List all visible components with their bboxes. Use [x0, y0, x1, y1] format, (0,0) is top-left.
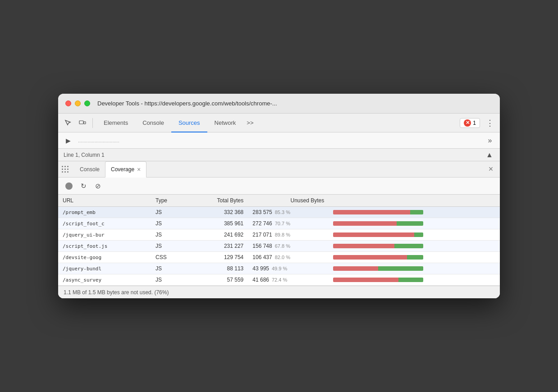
source-file-path: .............................. [78, 138, 480, 143]
col-type[interactable]: Type [151, 195, 187, 207]
row-type: JS [151, 263, 187, 274]
table-row[interactable]: /script_foot_c JS 385 961 272 74670.7 % [58, 218, 500, 229]
tab-console[interactable]: Console [135, 114, 171, 132]
row-unused-bytes: 217 07189.8 % [248, 229, 329, 241]
row-total-bytes: 241 692 [187, 229, 248, 241]
secondary-toolbar: ▶ .............................. » [58, 132, 500, 149]
maximize-button[interactable] [84, 100, 90, 106]
show-navigator-icon[interactable]: ▶ [62, 134, 74, 147]
row-type: CSS [151, 252, 187, 263]
device-mode-icon[interactable] [76, 117, 89, 129]
row-total-bytes: 57 559 [187, 274, 248, 286]
row-unused-bytes: 41 68672.4 % [248, 274, 329, 286]
col-unused-bytes[interactable]: Unused Bytes [248, 195, 329, 207]
row-unused-bytes: 43 99549.9 % [248, 263, 329, 274]
coverage-toolbar: ↻ ⊘ [58, 178, 500, 195]
format-icon[interactable]: ▲ [485, 150, 494, 160]
row-url: /jquery_ui-bur [58, 229, 151, 241]
row-bar-cell [329, 218, 500, 229]
window-title: Developer Tools - https://developers.goo… [97, 100, 277, 107]
row-url: /script_foot_c [58, 218, 151, 229]
status-bar: Line 1, Column 1 ▲ [58, 149, 500, 161]
main-toolbar: Elements Console Sources Network >> ✕ 1 … [58, 114, 500, 132]
tab-bar: Elements Console Sources Network >> [96, 114, 458, 132]
table-row[interactable]: /async_survey JS 57 559 41 68672.4 % [58, 274, 500, 286]
table-row[interactable]: /script_foot.js JS 231 227 156 74867.8 % [58, 241, 500, 252]
row-unused-bytes: 283 57585.3 % [248, 207, 329, 218]
row-bar-cell [329, 263, 500, 274]
drawer: Console Coverage × × ↻ ⊘ URL Type [58, 161, 500, 298]
drawer-more-icon[interactable] [62, 165, 71, 174]
table-header-row: URL Type Total Bytes Unused Bytes [58, 195, 500, 207]
row-url: /devsite-goog [58, 252, 151, 263]
row-total-bytes: 385 961 [187, 218, 248, 229]
coverage-table-container: URL Type Total Bytes Unused Bytes /promp… [58, 195, 500, 286]
col-bar [329, 195, 500, 207]
tab-sources[interactable]: Sources [171, 114, 207, 132]
row-type: JS [151, 229, 187, 241]
row-type: JS [151, 218, 187, 229]
row-type: JS [151, 274, 187, 286]
minimize-button[interactable] [75, 100, 81, 106]
record-button[interactable] [64, 181, 74, 191]
traffic-lights [65, 100, 90, 106]
drawer-close-icon[interactable]: × [485, 164, 496, 175]
table-row[interactable]: /prompt_emb JS 332 368 283 57585.3 % [58, 207, 500, 218]
svg-rect-0 [79, 121, 83, 124]
tab-elements[interactable]: Elements [96, 114, 135, 132]
row-unused-bytes: 272 74670.7 % [248, 218, 329, 229]
inspect-element-icon[interactable] [62, 117, 74, 129]
row-total-bytes: 88 113 [187, 263, 248, 274]
row-bar-cell [329, 229, 500, 241]
close-button[interactable] [65, 100, 71, 106]
toolbar-right: ✕ 1 ⋮ [460, 117, 496, 129]
row-url: /async_survey [58, 274, 151, 286]
row-bar-cell [329, 252, 500, 263]
row-unused-bytes: 156 74867.8 % [248, 241, 329, 252]
table-row[interactable]: /jquery_ui-bur JS 241 692 217 07189.8 % [58, 229, 500, 241]
table-row[interactable]: /devsite-goog CSS 129 754 106 43782.0 % [58, 252, 500, 263]
footer-text: 1.1 MB of 1.5 MB bytes are not used. (76… [64, 289, 169, 296]
reload-button[interactable]: ↻ [78, 181, 89, 191]
row-url: /prompt_emb [58, 207, 151, 218]
tab-network[interactable]: Network [207, 114, 243, 132]
clear-button[interactable]: ⊘ [92, 181, 103, 191]
row-total-bytes: 332 368 [187, 207, 248, 218]
drawer-tabs: Console Coverage × × [58, 161, 500, 178]
row-type: JS [151, 207, 187, 218]
toolbar-divider [92, 118, 93, 128]
error-count: 1 [473, 120, 476, 126]
error-badge[interactable]: ✕ 1 [460, 118, 480, 128]
row-url: /jquery-bundl [58, 263, 151, 274]
row-bar-cell [329, 274, 500, 286]
row-bar-cell [329, 207, 500, 218]
coverage-footer: 1.1 MB of 1.5 MB bytes are not used. (76… [58, 286, 500, 298]
table-row[interactable]: /jquery-bundl JS 88 113 43 99549.9 % [58, 263, 500, 274]
drawer-tab-coverage[interactable]: Coverage × [105, 161, 146, 178]
coverage-table: URL Type Total Bytes Unused Bytes /promp… [58, 195, 500, 286]
titlebar: Developer Tools - https://developers.goo… [58, 94, 500, 114]
row-total-bytes: 129 754 [187, 252, 248, 263]
more-options-icon[interactable]: ⋮ [484, 117, 496, 129]
col-total-bytes[interactable]: Total Bytes [187, 195, 248, 207]
row-type: JS [151, 241, 187, 252]
row-unused-bytes: 106 43782.0 % [248, 252, 329, 263]
status-right: ▲ [485, 150, 494, 160]
col-url[interactable]: URL [58, 195, 151, 207]
coverage-tab-close-icon[interactable]: × [137, 166, 141, 173]
more-tabs-button[interactable]: >> [243, 119, 257, 126]
more-source-options-icon[interactable]: » [484, 134, 496, 147]
position-status: Line 1, Column 1 [64, 152, 105, 158]
devtools-window: Developer Tools - https://developers.goo… [58, 94, 500, 298]
row-bar-cell [329, 241, 500, 252]
row-url: /script_foot.js [58, 241, 151, 252]
error-icon: ✕ [464, 119, 471, 127]
row-total-bytes: 231 227 [187, 241, 248, 252]
drawer-tab-console[interactable]: Console [74, 161, 105, 178]
svg-rect-1 [84, 122, 86, 124]
